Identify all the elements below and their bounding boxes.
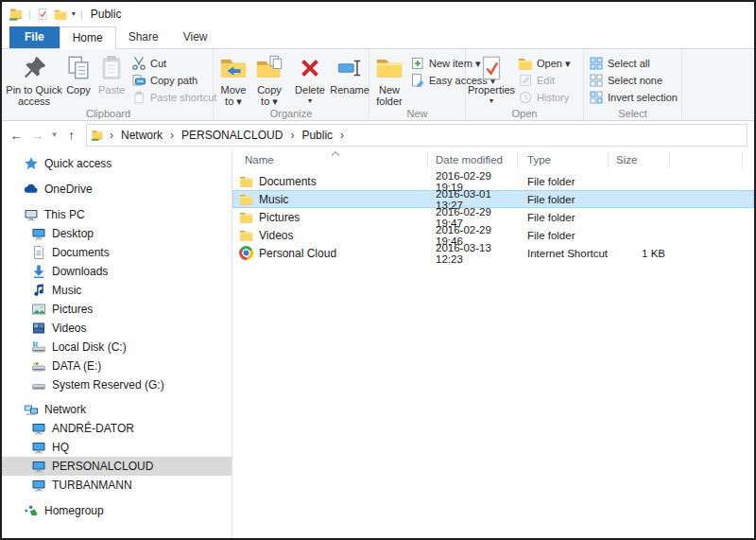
quick-access-star-icon	[24, 156, 39, 171]
button-label: Copy	[66, 84, 91, 96]
ribbon-group-select: Select all Select none Invert selection …	[584, 49, 682, 120]
sidebar-label: TURBANMANN	[52, 479, 132, 492]
breadcrumb-network[interactable]: Network	[119, 129, 164, 142]
up-button[interactable]: ↑	[61, 124, 81, 147]
copy-path-button[interactable]: Copy path	[129, 72, 215, 89]
invert-selection-button[interactable]: Invert selection	[586, 89, 680, 106]
homegroup-icon	[24, 503, 39, 518]
onedrive-cloud-icon	[24, 182, 39, 197]
recent-locations-chevron[interactable]: ▼	[48, 124, 60, 147]
history-button[interactable]: History	[515, 89, 574, 106]
sidebar-label: Network	[44, 403, 86, 416]
sidebar-item-homegroup[interactable]: Homegroup	[2, 501, 232, 520]
navigation-pane: Quick access OneDrive This PC Desktop Do…	[2, 149, 232, 538]
sidebar-label: Local Disk (C:)	[52, 340, 127, 354]
cut-button[interactable]: Cut	[129, 55, 215, 72]
column-header-date-modified[interactable]: Date modified	[428, 152, 518, 167]
button-label: to ▾	[261, 96, 278, 107]
column-header-size[interactable]: Size	[609, 152, 670, 167]
sidebar-item-onedrive[interactable]: OneDrive	[2, 180, 232, 199]
sidebar-item-pictures[interactable]: Pictures	[2, 300, 232, 319]
sidebar-label: Homegroup	[44, 504, 104, 517]
new-folder-button[interactable]: New folder	[371, 52, 407, 107]
file-size: 1 KB	[609, 248, 670, 259]
select-all-button[interactable]: Select all	[586, 55, 680, 72]
navigation-bar: ← → ▼ ↑ › Network › PERSONALCLOUD › Publ…	[2, 121, 754, 149]
column-header-type[interactable]: Type	[518, 152, 609, 167]
downloads-arrow-icon	[31, 264, 46, 279]
sidebar-item-documents[interactable]: Documents	[2, 243, 232, 262]
folder-icon	[239, 210, 253, 224]
back-button[interactable]: ←	[7, 124, 26, 147]
properties-button[interactable]: Properties ▾	[468, 52, 515, 107]
sidebar-item-andre-dator[interactable]: ANDRÉ-DATOR	[2, 419, 232, 438]
network-icon	[24, 402, 39, 417]
sidebar-item-turbanmann[interactable]: TURBANMANN	[2, 476, 232, 495]
copy-icon	[64, 54, 93, 82]
file-name: Videos	[259, 229, 293, 242]
ribbon-tab-row: File Home Share View	[2, 26, 754, 49]
sidebar-item-this-pc[interactable]: This PC	[2, 205, 232, 224]
easy-access-icon	[410, 73, 425, 88]
sidebar-item-desktop[interactable]: Desktop	[2, 224, 232, 243]
sidebar-item-system-reserved-g[interactable]: System Reserved (G:)	[2, 375, 232, 394]
sidebar-item-music[interactable]: Music	[2, 281, 232, 300]
qat-divider: |	[80, 9, 83, 20]
file-type: File folder	[518, 230, 609, 241]
sidebar-item-quick-access[interactable]: Quick access	[2, 154, 232, 173]
select-all-icon	[589, 56, 604, 71]
tab-home[interactable]: Home	[60, 26, 116, 49]
select-none-button[interactable]: Select none	[586, 72, 680, 89]
sidebar-item-hq[interactable]: HQ	[2, 438, 232, 457]
title-bar: | ▾ | Public	[2, 2, 754, 26]
window-folder-icon	[9, 7, 24, 22]
address-bar[interactable]: › Network › PERSONALCLOUD › Public ›	[86, 124, 747, 147]
sidebar-item-personalcloud[interactable]: PERSONALCLOUD	[2, 457, 232, 476]
sidebar-item-data-e[interactable]: DATA (E:)	[2, 357, 232, 375]
sidebar-item-local-disk-c[interactable]: Local Disk (C:)	[2, 338, 232, 357]
file-type: File folder	[518, 194, 609, 205]
qat-divider: |	[28, 9, 31, 20]
button-label: Properties	[468, 84, 515, 96]
forward-button[interactable]: →	[27, 124, 47, 147]
qat-properties-icon[interactable]	[36, 8, 49, 21]
copy-to-button[interactable]: Copy to ▾	[251, 52, 287, 107]
new-folder-icon	[375, 54, 404, 82]
pin-to-quick-access-button[interactable]: Pin to Quick access	[6, 52, 62, 107]
sidebar-label: Quick access	[44, 157, 112, 170]
rename-button[interactable]: Rename	[329, 52, 370, 96]
tab-view[interactable]: View	[171, 26, 220, 48]
breadcrumb-personalcloud[interactable]: PERSONALCLOUD	[180, 129, 284, 142]
tab-share[interactable]: Share	[116, 26, 171, 48]
tab-file[interactable]: File	[9, 26, 60, 48]
qat-customize-chevron-icon[interactable]: ▾	[72, 9, 76, 18]
sidebar-item-videos[interactable]: Videos	[2, 319, 232, 338]
open-small-buttons: Open ▾ Edit History	[515, 52, 574, 106]
file-date: 2016-03-13 12:23	[428, 242, 518, 265]
paste-shortcut-button[interactable]: Paste shortcut	[129, 89, 215, 106]
paste-button[interactable]: Paste	[94, 52, 129, 96]
breadcrumb-separator-icon: ›	[335, 129, 350, 142]
button-label: Open ▾	[537, 58, 571, 70]
sidebar-label: Videos	[52, 322, 86, 335]
button-label: Select all	[608, 58, 650, 69]
edit-button[interactable]: Edit	[515, 72, 574, 89]
button-label: Copy path	[150, 75, 198, 86]
open-folder-icon	[518, 56, 533, 71]
qat-new-folder-icon[interactable]	[54, 8, 67, 21]
ribbon-group-organize: Move to ▾ Copy to ▾ Delete ▾ Rename Orga…	[214, 49, 369, 120]
breadcrumb-public[interactable]: Public	[300, 129, 335, 142]
copy-button[interactable]: Copy	[62, 52, 94, 96]
sidebar-item-downloads[interactable]: Downloads	[2, 262, 232, 281]
file-name: Pictures	[259, 211, 300, 224]
group-label-select: Select	[584, 108, 681, 119]
move-to-button[interactable]: Move to ▾	[215, 52, 251, 107]
file-row-personal-cloud[interactable]: Personal Cloud 2016-03-13 12:23 Internet…	[232, 244, 754, 262]
delete-button[interactable]: Delete ▾	[291, 52, 329, 107]
ribbon-group-open: Properties ▾ Open ▾ Edit History Open	[466, 49, 584, 120]
network-computer-icon	[31, 440, 46, 455]
sidebar-item-network[interactable]: Network	[2, 400, 232, 419]
button-label: New	[379, 84, 400, 96]
button-label: ▾	[308, 96, 312, 107]
open-button[interactable]: Open ▾	[515, 55, 574, 72]
